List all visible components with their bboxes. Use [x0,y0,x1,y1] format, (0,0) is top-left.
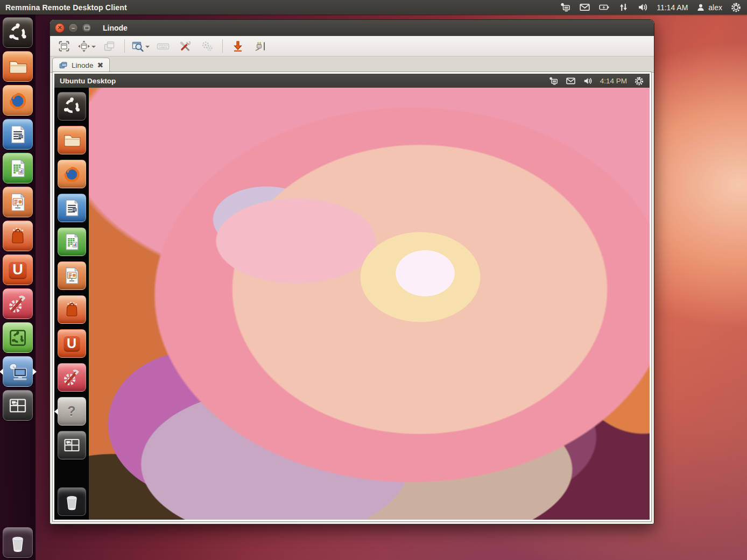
app-icon [6,191,29,214]
toolbar-icon [157,40,170,53]
host-clock[interactable]: 11:14 AM [657,3,688,12]
toolbar-icon [103,40,116,53]
remote-launcher-item-workspace[interactable] [58,431,86,459]
running-arrow-icon [54,408,58,415]
toolbar-button-minimize-window[interactable] [228,38,248,54]
tab-linode[interactable]: Linode ✖ [52,58,110,73]
toolbar-separator [124,39,125,53]
tray-icon-network-traffic[interactable] [618,2,629,13]
launcher-item-settings[interactable] [3,288,33,319]
remote-launcher-item-impress[interactable] [58,261,86,290]
remote-launcher-item-software-center[interactable] [58,295,86,324]
toolbar-button-tools[interactable] [175,38,195,54]
host-app-title: Remmina Remote Desktop Client [5,3,127,12]
host-launcher: U [0,15,36,560]
app-icon [61,197,82,218]
remote-launcher: U ? [54,88,89,520]
launcher-item-workspace[interactable] [3,390,33,421]
launcher-item-ubuntu-one[interactable]: U [3,254,33,285]
remote-tray-area: 4:14 PM [548,76,644,86]
app-icon [61,164,82,185]
remote-viewport[interactable]: Ubuntu Desktop 4:14 PM [52,72,652,522]
launcher-item-software-center[interactable] [3,221,33,251]
toolbar-button-fit-window[interactable] [76,38,97,54]
remote-clock[interactable]: 4:14 PM [600,77,627,85]
host-trash[interactable] [3,527,33,558]
remote-tray-icon-volume[interactable] [583,76,593,86]
launcher-item-dash[interactable] [3,17,33,48]
toolbar-icon [58,40,71,53]
remote-launcher-item-files[interactable] [58,126,86,154]
toolbar-button-fullscreen[interactable] [54,38,74,54]
remote-launcher-item-settings[interactable] [58,363,86,392]
remote-launcher-item-unknown[interactable]: ? [58,397,86,426]
app-icon [61,265,82,286]
username: alex [708,3,722,12]
toolbar-icon [253,40,266,53]
toolbar-button-switch-page[interactable] [99,38,119,54]
toolbar-separator [222,39,223,53]
app-icon [61,231,82,252]
focused-arrow-icon [33,368,37,375]
launcher-item-calc[interactable] [3,153,33,183]
tab-close-button[interactable]: ✖ [97,61,104,69]
app-icon [6,157,29,180]
app-icon [61,435,82,456]
app-icon [6,22,29,44]
launcher-item-files[interactable] [3,51,33,82]
launcher-item-remmina[interactable] [3,356,33,387]
remmina-window: ✕ – Linode [50,19,654,524]
host-top-panel: Remmina Remote Desktop Client 11:14 AM a… [0,0,747,15]
tab-label: Linode [72,61,94,69]
tab-bar: Linode ✖ [50,56,654,73]
remote-launcher-item-writer[interactable] [58,194,86,222]
remote-tray-icon-remote-desktop[interactable] [548,76,559,86]
session-cog-icon[interactable] [730,2,742,13]
trash-icon [6,531,29,554]
launcher-item-impress[interactable] [3,187,33,217]
launcher-item-writer[interactable] [3,119,33,150]
launcher-item-updater[interactable] [3,322,33,353]
user-icon [696,3,706,12]
window-toolbar [50,36,654,56]
remote-trash[interactable] [58,487,86,516]
app-glyph: ? [67,405,75,418]
remote-launcher-item-ubuntu-one[interactable]: U [58,329,86,358]
tray-icon-remote-desktop[interactable] [560,2,571,13]
toolbar-button-preferences[interactable] [197,38,217,54]
toolbar-button-grab-keyboard[interactable] [153,38,173,54]
launcher-item-firefox[interactable] [3,85,33,116]
window-minimize-button[interactable]: – [68,23,78,33]
remote-desktop-wallpaper[interactable] [89,88,650,520]
window-titlebar[interactable]: ✕ – Linode [50,20,654,36]
remote-launcher-item-firefox[interactable] [58,160,86,188]
tab-icon [59,61,68,70]
toolbar-icon [77,40,90,53]
toolbar-button-disconnect[interactable] [250,38,270,54]
app-icon [61,130,82,151]
window-close-button[interactable]: ✕ [55,23,65,33]
running-arrow-icon [0,368,3,375]
remote-session-cog-icon[interactable] [634,76,644,86]
app-icon [61,96,82,117]
app-icon [6,394,29,417]
remote-launcher-item-calc[interactable] [58,228,86,256]
window-title: Linode [103,24,128,32]
app-glyph: U [64,335,80,352]
app-icon [6,327,29,349]
remote-tray-icon-mail[interactable] [566,76,576,86]
toolbar-icon [131,40,144,53]
app-icon [6,293,29,315]
remote-launcher-item-dash[interactable] [58,92,86,120]
toolbar-icon [201,40,214,53]
window-maximize-button[interactable] [82,23,91,33]
tray-icon-battery[interactable] [598,2,610,13]
dropdown-arrow-icon [91,46,96,50]
user-menu[interactable]: alex [696,3,722,12]
remote-screen[interactable]: Ubuntu Desktop 4:14 PM [54,74,650,520]
tray-icon-mail[interactable] [579,2,590,13]
toolbar-icon [231,40,244,53]
toolbar-button-scaled-mode[interactable] [130,38,151,54]
tray-icon-volume[interactable] [637,2,649,13]
remote-panel-title: Ubuntu Desktop [60,77,116,85]
